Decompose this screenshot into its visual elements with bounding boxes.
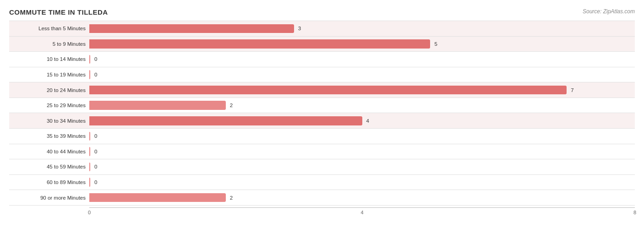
bar-label: 60 to 89 Minutes [9, 179, 89, 185]
chart-header: COMMUTE TIME IN TILLEDA Source: ZipAtlas… [9, 8, 635, 16]
bar-fill: 7 [89, 86, 567, 95]
bar-value: 5 [432, 41, 437, 47]
bar-row: Less than 5 Minutes3 [9, 21, 635, 36]
bar-track: 2 [89, 193, 635, 202]
bar-value: 3 [296, 26, 301, 31]
bar-label: 25 to 29 Minutes [9, 103, 89, 108]
bar-label: Less than 5 Minutes [9, 26, 89, 31]
x-axis-tick: 8 [633, 210, 636, 215]
bar-row: 15 to 19 Minutes0 [9, 67, 635, 82]
bar-track: 0 [89, 132, 635, 141]
bar-fill: 0 [89, 178, 90, 187]
chart-container: COMMUTE TIME IN TILLEDA Source: ZipAtlas… [0, 0, 644, 239]
chart-area: Less than 5 Minutes35 to 9 Minutes510 to… [9, 21, 635, 206]
bar-value: 0 [93, 149, 97, 154]
x-axis: 048 [9, 207, 635, 217]
bar-label: 5 to 9 Minutes [9, 41, 89, 47]
bar-value: 4 [365, 118, 369, 124]
bar-row: 40 to 44 Minutes0 [9, 144, 635, 159]
bar-fill: 2 [89, 101, 226, 110]
bar-label: 40 to 44 Minutes [9, 149, 89, 154]
bar-value: 0 [93, 56, 97, 62]
bar-value: 7 [569, 87, 573, 93]
bar-track: 7 [89, 86, 635, 95]
bar-label: 20 to 24 Minutes [9, 87, 89, 93]
bar-fill: 0 [89, 147, 90, 156]
bar-value: 0 [93, 133, 97, 139]
bar-track: 3 [89, 24, 635, 33]
bar-fill: 0 [89, 163, 90, 172]
bar-track: 5 [89, 39, 635, 49]
bar-track: 4 [89, 116, 635, 125]
bar-label: 35 to 39 Minutes [9, 133, 89, 139]
bar-fill: 0 [89, 70, 90, 79]
bar-fill: 2 [89, 193, 226, 202]
bar-fill: 0 [89, 132, 90, 141]
bar-row: 60 to 89 Minutes0 [9, 174, 635, 190]
bar-track: 0 [89, 147, 635, 156]
bar-row: 90 or more Minutes2 [9, 190, 635, 206]
chart-source: Source: ZipAtlas.com [583, 8, 635, 15]
bar-fill: 4 [89, 116, 362, 125]
bar-row: 35 to 39 Minutes0 [9, 128, 635, 144]
bar-label: 10 to 14 Minutes [9, 56, 89, 62]
x-axis-tick: 0 [88, 210, 91, 215]
bar-label: 15 to 19 Minutes [9, 72, 89, 77]
bar-row: 5 to 9 Minutes5 [9, 36, 635, 52]
bar-track: 2 [89, 101, 635, 110]
bar-row: 30 to 34 Minutes4 [9, 113, 635, 128]
bar-row: 20 to 24 Minutes7 [9, 82, 635, 98]
bar-row: 45 to 59 Minutes0 [9, 159, 635, 174]
bar-row: 10 to 14 Minutes0 [9, 51, 635, 67]
bar-fill: 3 [89, 24, 294, 33]
bar-value: 0 [93, 72, 97, 77]
bar-row: 25 to 29 Minutes2 [9, 98, 635, 113]
bar-label: 45 to 59 Minutes [9, 164, 89, 169]
bar-fill: 0 [89, 55, 90, 64]
chart-title: COMMUTE TIME IN TILLEDA [9, 8, 108, 16]
bar-value: 0 [93, 179, 97, 185]
bar-value: 0 [93, 164, 97, 169]
bar-value: 2 [228, 195, 233, 201]
bar-label: 90 or more Minutes [9, 195, 89, 201]
bar-label: 30 to 34 Minutes [9, 118, 89, 124]
x-axis-tick: 4 [360, 210, 363, 215]
bar-fill: 5 [89, 39, 430, 49]
bar-value: 2 [228, 103, 233, 108]
bar-track: 0 [89, 163, 635, 172]
bar-track: 0 [89, 178, 635, 187]
bar-track: 0 [89, 55, 635, 64]
bar-track: 0 [89, 70, 635, 79]
